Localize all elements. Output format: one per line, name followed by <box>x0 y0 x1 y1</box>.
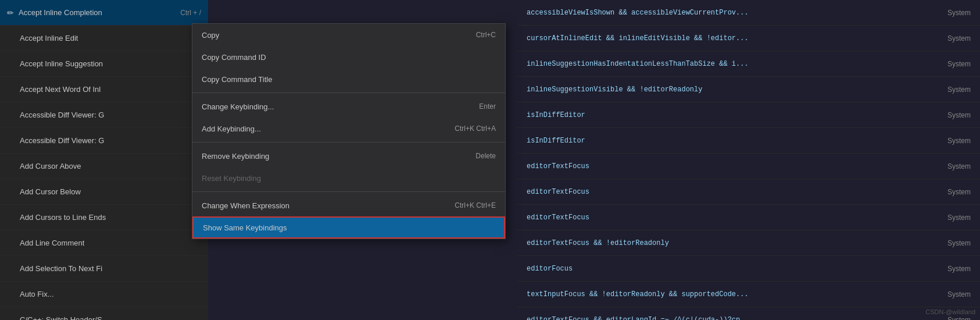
menu-item-copy-command-title[interactable]: Copy Command Title <box>192 68 505 90</box>
command-label: Accept Next Word Of Inl <box>20 85 101 94</box>
command-label: C/C++: Switch Header/S <box>20 315 102 320</box>
condition-text: editorTextFocus && !editorReadonly <box>527 239 943 247</box>
menu-item-copy[interactable]: CopyCtrl+C <box>192 24 505 46</box>
condition-source: System <box>947 239 971 247</box>
condition-source: System <box>947 188 971 196</box>
context-menu: CopyCtrl+CCopy Command IDCopy Command Ti… <box>192 23 506 239</box>
condition-text: cursorAtInlineEdit && inlineEditVisible … <box>527 34 943 42</box>
condition-table: accessibleViewIsShown && accessibleViewC… <box>517 0 980 320</box>
condition-text: inlineSuggestionVisible && !editorReadon… <box>527 86 943 94</box>
menu-item-reset-keybinding[interactable]: Reset Keybinding <box>192 167 505 189</box>
condition-source: System <box>947 290 971 298</box>
pencil-icon: ✏ <box>7 8 14 17</box>
command-list: ✏Accept Inline CompletionCtrl + /Accept … <box>0 0 208 320</box>
menu-item-label: Change When Expression <box>202 201 455 210</box>
command-shortcut: Ctrl + / <box>180 9 201 17</box>
command-item-accessible-diff-viewer-g2[interactable]: Accessible Diff Viewer: G <box>0 128 208 154</box>
command-item-add-cursor-above[interactable]: Add Cursor Above <box>0 154 208 179</box>
command-item-add-selection-next-fi[interactable]: Add Selection To Next Fi <box>0 256 208 282</box>
condition-text: editorTextFocus <box>527 162 943 170</box>
menu-item-copy-command-id[interactable]: Copy Command ID <box>192 46 505 68</box>
condition-row: editorTextFocusSystem <box>517 154 980 179</box>
command-label: Add Cursor Above <box>20 162 81 170</box>
condition-text: textInputFocus && !editorReadonly && sup… <box>527 290 943 298</box>
command-item-accept-inline-completion[interactable]: ✏Accept Inline CompletionCtrl + / <box>0 0 208 26</box>
menu-separator <box>192 191 505 192</box>
menu-separator <box>192 142 505 143</box>
condition-text: isInDiffEditor <box>527 111 943 119</box>
condition-row: inlineSuggestionVisible && !editorReadon… <box>517 77 980 102</box>
command-item-accept-inline-edit[interactable]: Accept Inline Edit <box>0 26 208 51</box>
condition-text: editorFocus <box>527 265 943 273</box>
menu-item-show-same-keybindings[interactable]: Show Same Keybindings <box>192 216 505 239</box>
menu-item-label: Add Keybinding... <box>202 125 455 133</box>
menu-item-remove-keybinding[interactable]: Remove KeybindingDelete <box>192 145 505 167</box>
condition-text: editorTextFocus <box>527 188 943 196</box>
menu-item-add-keybinding[interactable]: Add Keybinding...Ctrl+K Ctrl+A <box>192 118 505 140</box>
condition-text: inlineSuggestionHasIndentationLessThanTa… <box>527 60 943 68</box>
command-label: Accessible Diff Viewer: G <box>20 136 104 145</box>
command-item-accessible-diff-viewer-g1[interactable]: Accessible Diff Viewer: G <box>0 102 208 128</box>
command-label: Accept Inline Completion <box>19 8 102 17</box>
menu-item-shortcut: Ctrl+C <box>476 31 496 39</box>
menu-item-shortcut: Delete <box>475 152 496 160</box>
command-label: Accept Inline Edit <box>20 34 78 42</box>
condition-row: textInputFocus && !editorReadonly && sup… <box>517 282 980 307</box>
command-label: Add Selection To Next Fi <box>20 264 102 273</box>
command-item-cpp-switch-header[interactable]: C/C++: Switch Header/S <box>0 307 208 320</box>
command-item-add-cursor-below[interactable]: Add Cursor Below <box>0 179 208 205</box>
command-label: Add Line Comment <box>20 239 84 247</box>
command-item-auto-fix[interactable]: Auto Fix... <box>0 282 208 307</box>
condition-text: accessibleViewIsShown && accessibleViewC… <box>527 9 943 17</box>
command-item-accept-inline-suggestion[interactable]: Accept Inline Suggestion <box>0 51 208 77</box>
command-item-add-line-comment[interactable]: Add Line Comment <box>0 230 208 256</box>
menu-item-shortcut: Ctrl+K Ctrl+A <box>455 125 496 133</box>
command-item-add-cursors-line-ends[interactable]: Add Cursors to Line Ends <box>0 205 208 230</box>
condition-source: System <box>947 214 971 222</box>
command-label: Auto Fix... <box>20 290 54 298</box>
condition-source: System <box>947 60 971 68</box>
condition-row: inlineSuggestionHasIndentationLessThanTa… <box>517 51 980 77</box>
condition-row: editorFocusSystem <box>517 256 980 282</box>
command-label: Accept Inline Suggestion <box>20 59 103 68</box>
condition-row: accessibleViewIsShown && accessibleViewC… <box>517 0 980 26</box>
menu-item-label: Show Same Keybindings <box>203 223 495 232</box>
condition-row: editorTextFocus && editorLangId =~ /^(c|… <box>517 307 980 320</box>
command-label: Add Cursor Below <box>20 187 81 196</box>
condition-source: System <box>947 111 971 119</box>
condition-source: System <box>947 265 971 273</box>
menu-item-shortcut: Enter <box>479 102 496 111</box>
menu-item-label: Copy Command ID <box>202 53 496 62</box>
watermark: CSDN-@wildland <box>925 308 975 315</box>
condition-source: System <box>947 316 971 321</box>
menu-item-label: Copy Command Title <box>202 75 496 84</box>
condition-source: System <box>947 9 971 17</box>
menu-separator <box>192 93 505 93</box>
menu-item-shortcut: Ctrl+K Ctrl+E <box>455 201 496 209</box>
command-label: Add Cursors to Line Ends <box>20 213 106 222</box>
menu-item-label: Reset Keybinding <box>202 174 496 183</box>
menu-item-change-keybinding[interactable]: Change Keybinding...Enter <box>192 95 505 118</box>
menu-item-label: Copy <box>202 31 476 40</box>
condition-text: editorTextFocus <box>527 214 943 222</box>
menu-item-label: Remove Keybinding <box>202 152 475 161</box>
condition-source: System <box>947 34 971 42</box>
menu-item-label: Change Keybinding... <box>202 102 479 111</box>
condition-row: isInDiffEditorSystem <box>517 102 980 128</box>
condition-row: editorTextFocus && !editorReadonlySystem <box>517 230 980 256</box>
condition-text: isInDiffEditor <box>527 137 943 145</box>
condition-row: cursorAtInlineEdit && inlineEditVisible … <box>517 26 980 51</box>
condition-row: isInDiffEditorSystem <box>517 128 980 154</box>
condition-source: System <box>947 86 971 94</box>
condition-row: editorTextFocusSystem <box>517 179 980 205</box>
condition-source: System <box>947 137 971 145</box>
menu-item-change-when-expression[interactable]: Change When ExpressionCtrl+K Ctrl+E <box>192 194 505 216</box>
condition-source: System <box>947 162 971 170</box>
command-label: Accessible Diff Viewer: G <box>20 111 104 119</box>
condition-row: editorTextFocusSystem <box>517 205 980 230</box>
command-item-accept-next-word[interactable]: Accept Next Word Of Inl <box>0 77 208 102</box>
condition-text: editorTextFocus && editorLangId =~ /^(c|… <box>527 316 943 321</box>
